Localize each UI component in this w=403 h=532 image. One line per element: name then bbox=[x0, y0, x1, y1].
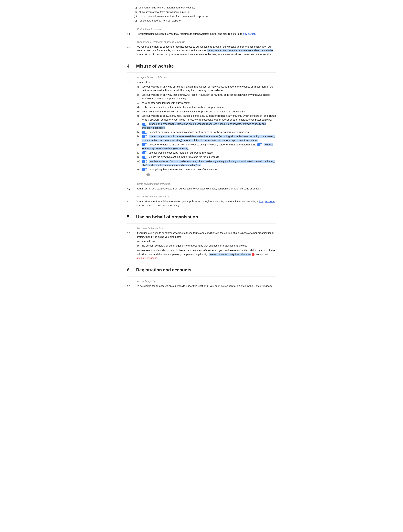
list-item: (c) show any material from our website i… bbox=[134, 10, 276, 14]
list-item-5-1-b: (b) the person, company or other legal e… bbox=[137, 244, 276, 248]
toggle-i[interactable] bbox=[142, 135, 147, 138]
subsection-label-account-eligibility: Account eligibility bbox=[137, 279, 276, 283]
list-item-b: (b) use our website in any way that is u… bbox=[137, 93, 276, 101]
list-item-n: (n) do anything that interferes with the… bbox=[137, 168, 276, 171]
clause-5-1: 5.1 If you use our website or expressly … bbox=[127, 231, 276, 260]
subsection-label-acceptable-use: Acceptable use: prohibitions bbox=[137, 76, 276, 79]
list-item-l: (l) violate the directives set out in th… bbox=[137, 155, 276, 159]
list-item-g: (g) impose an unreasonably large load on… bbox=[137, 122, 276, 130]
toggle-h[interactable] bbox=[142, 131, 147, 134]
section-4-heading: 4. Misuse of website bbox=[127, 63, 276, 70]
error-circle: ! bbox=[252, 253, 254, 256]
toggle-j[interactable] bbox=[142, 143, 147, 146]
clause-6-1: 6.1 To be eligible for an account on our… bbox=[127, 284, 276, 288]
list-item: (d) exploit material from our website fo… bbox=[134, 14, 276, 18]
subsection-label-redistributable: Redistributable content bbox=[137, 27, 276, 31]
list-item: (e) redistribute material from our websi… bbox=[134, 19, 276, 23]
list-item-k: (k) use our website except by means of o… bbox=[137, 151, 276, 155]
clause-3-6: 3.6 Notwithstanding Section 3.5, you may… bbox=[127, 32, 276, 36]
list-item: (b) sell, rent or sub-license material f… bbox=[134, 6, 276, 10]
toggle-k[interactable] bbox=[142, 151, 147, 154]
list-item-d: (d) probe, scan or test the vulnerabilit… bbox=[137, 105, 276, 109]
toggle-g[interactable] bbox=[142, 123, 147, 126]
section-5-heading: 5. Use on behalf of organisation bbox=[127, 214, 276, 220]
section-6-heading: 6. Registration and accounts bbox=[127, 267, 276, 273]
clause-4-1-list: (a) use our website in any way or take a… bbox=[137, 85, 276, 171]
subsection-label-contact: Using contact details prohibited bbox=[137, 182, 276, 186]
subsection-label-veracity: Veracity of information supplied bbox=[137, 195, 276, 198]
list-item-m: (m) use data collected from our website … bbox=[137, 159, 276, 167]
specify-exceptions: specify exceptions bbox=[137, 257, 157, 260]
clause-5-1-list: (a) yourself; and (b) the person, compan… bbox=[137, 239, 276, 247]
toggle-n[interactable] bbox=[142, 168, 147, 171]
list-item-f: (f) use our website to copy, store, host… bbox=[137, 114, 276, 121]
subsection-label-use-on-behalf: Use on behalf of another bbox=[137, 227, 276, 230]
clause-3-7: 3.7 We reserve the right to suspend or r… bbox=[127, 45, 276, 56]
globe-icon bbox=[146, 173, 150, 177]
list-item-5-1-a: (a) yourself; and bbox=[137, 239, 276, 243]
list-item-i: (i) conduct any systematic or automated … bbox=[137, 135, 276, 142]
toggle-l[interactable] bbox=[142, 156, 147, 159]
clause-4-2: 4.2 You must not use data collected from… bbox=[127, 187, 276, 191]
toggle-j2[interactable] bbox=[257, 143, 263, 146]
clause-4-1: 4.1 You must not: (a) use our website in… bbox=[127, 80, 276, 178]
subsection-label-suspension: Suspension or restriction of access to w… bbox=[137, 40, 276, 44]
toggle-m[interactable] bbox=[142, 160, 147, 163]
list-item-e: (e) circumvent any authentication or sec… bbox=[137, 110, 276, 114]
list-item-j: (j) access or otherwise interact with ou… bbox=[137, 143, 276, 150]
clause-4-3: 4.3 You must ensure that all the informa… bbox=[127, 199, 276, 207]
list-item-h: (h) decrypt or decipher any communicatio… bbox=[137, 130, 276, 134]
list-item-a: (a) use our website in any way or take a… bbox=[137, 85, 276, 92]
list-item-c: (c) hack or otherwise tamper with our we… bbox=[137, 101, 276, 105]
